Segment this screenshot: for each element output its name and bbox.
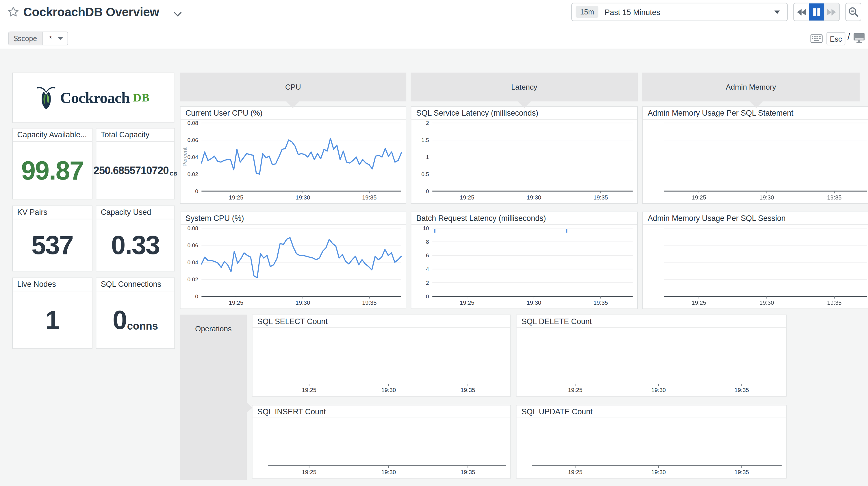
- dashboard-canvas: CockroachDB Overview 15m Past 15 Minutes: [0, 0, 868, 486]
- chart-sql-select-count[interactable]: 19:2519:3019:35: [252, 328, 510, 396]
- group-pointer-admin-memory: [749, 102, 763, 108]
- group-pointer-cpu: [286, 102, 299, 108]
- chart-card-admin-memory-session: Admin Memory Usage Per SQL Session 19:25…: [642, 211, 868, 309]
- chart-system-cpu[interactable]: 0.080.060.040.02019:2519:3019:35: [181, 225, 406, 309]
- stat-label: Live Nodes: [13, 278, 92, 291]
- svg-text:0.04: 0.04: [188, 154, 198, 160]
- svg-text:19:25: 19:25: [460, 299, 474, 306]
- stat-card-live-nodes: Live Nodes 1: [12, 278, 92, 349]
- svg-text:19:30: 19:30: [381, 387, 396, 393]
- chart-card-sql-update-count: SQL UPDATE Count 19:2519:3019:35: [516, 405, 787, 479]
- stat-value: 250.6855710720: [94, 164, 169, 176]
- chart-sql-delete-count[interactable]: 19:2519:3019:35: [516, 328, 786, 396]
- chart-card-sql-service-latency: SQL Service Latency (milliseconds) 21.51…: [411, 106, 638, 204]
- svg-text:0.04: 0.04: [188, 259, 198, 265]
- chart-card-sql-insert-count: SQL INSERT Count 19:2519:3019:35: [252, 405, 511, 479]
- svg-text:19:35: 19:35: [362, 299, 376, 306]
- time-range-picker[interactable]: 15m Past 15 Minutes: [571, 3, 788, 21]
- scope-value-text: *: [49, 34, 52, 43]
- chart-sql-update-count[interactable]: 19:2519:3019:35: [516, 418, 786, 478]
- slash-separator: /: [847, 32, 850, 42]
- chevron-down-icon[interactable]: [174, 9, 182, 15]
- stat-label: Capacity Available...: [13, 128, 92, 142]
- stat-card-capacity-used: Capacity Used 0.33: [96, 205, 175, 271]
- svg-text:19:30: 19:30: [381, 469, 396, 475]
- scope-variable-name: $scope: [9, 32, 43, 45]
- page-title[interactable]: CockroachDB Overview: [23, 4, 159, 20]
- chart-admin-memory-statement[interactable]: 19:2519:3019:35: [643, 120, 868, 203]
- group-header-admin-memory[interactable]: Admin Memory: [642, 73, 860, 102]
- svg-text:0: 0: [426, 293, 429, 299]
- svg-text:19:30: 19:30: [651, 387, 666, 393]
- svg-text:19:25: 19:25: [229, 299, 243, 306]
- scope-variable-value: *: [42, 32, 67, 45]
- svg-text:19:35: 19:35: [827, 299, 841, 306]
- stat-label: Capacity Used: [96, 206, 174, 220]
- chart-batch-request-latency[interactable]: 108642019:2519:3019:35: [411, 225, 637, 309]
- stat-card-sql-connections: SQL Connections 0conns: [96, 278, 175, 349]
- svg-text:19:35: 19:35: [735, 469, 749, 475]
- stat-value: 99.87: [21, 155, 84, 185]
- fast-forward-button[interactable]: [824, 3, 839, 20]
- group-header-operations[interactable]: Operations: [180, 315, 247, 480]
- chart-card-batch-request-latency: Batch Request Latency (milliseconds) 108…: [411, 211, 638, 309]
- group-pointer-latency: [518, 102, 531, 108]
- chart-sql-service-latency[interactable]: 21.510.5019:2519:3019:35: [411, 120, 637, 203]
- pause-button[interactable]: [809, 3, 824, 20]
- svg-text:19:35: 19:35: [593, 194, 608, 201]
- cockroachdb-logo: Cockroach DB: [37, 86, 150, 110]
- svg-text:Percent: Percent: [182, 147, 188, 167]
- chart-title: Admin Memory Usage Per SQL Statement: [643, 107, 868, 120]
- template-variable-scope[interactable]: $scope *: [8, 31, 68, 46]
- stat-unit: GB: [169, 171, 177, 176]
- keyboard-icon: [810, 34, 823, 44]
- magnifier-minus-icon: [848, 7, 859, 17]
- logo-wordmark: Cockroach: [60, 89, 130, 106]
- svg-text:2: 2: [426, 280, 429, 286]
- svg-text:19:25: 19:25: [692, 299, 706, 306]
- group-header-cpu[interactable]: CPU: [180, 73, 407, 102]
- playback-controls: [793, 3, 840, 21]
- time-range-badge: 15m: [576, 6, 598, 18]
- svg-text:19:30: 19:30: [296, 194, 310, 201]
- stat-unit: conns: [127, 320, 158, 332]
- svg-text:10: 10: [423, 225, 429, 231]
- stat-label: SQL Connections: [96, 278, 174, 291]
- rewind-button[interactable]: [794, 3, 809, 20]
- svg-text:19:30: 19:30: [296, 299, 310, 306]
- chart-title: Admin Memory Usage Per SQL Session: [643, 212, 868, 225]
- operations-group-label: Operations: [180, 315, 247, 333]
- svg-text:19:30: 19:30: [760, 299, 774, 306]
- svg-text:19:25: 19:25: [460, 194, 474, 201]
- svg-text:0: 0: [426, 188, 429, 194]
- chart-card-current-user-cpu: Current User CPU (%) 0.080.060.040.02019…: [180, 106, 407, 204]
- svg-text:0.5: 0.5: [421, 171, 429, 177]
- svg-text:19:25: 19:25: [568, 469, 582, 475]
- svg-text:19:30: 19:30: [527, 194, 541, 201]
- svg-text:19:35: 19:35: [735, 387, 749, 393]
- svg-text:19:30: 19:30: [527, 299, 541, 306]
- logo-db-suffix: DB: [133, 91, 150, 105]
- svg-text:19:25: 19:25: [692, 194, 706, 201]
- top-bar: CockroachDB Overview 15m Past 15 Minutes: [0, 0, 868, 50]
- stat-value: 0: [113, 305, 127, 335]
- svg-text:0: 0: [195, 293, 198, 299]
- stat-card-capacity-available: Capacity Available... 99.87: [12, 128, 92, 199]
- favorite-star-icon[interactable]: [8, 6, 19, 17]
- svg-text:1: 1: [426, 154, 429, 160]
- chart-title: System CPU (%): [181, 212, 406, 225]
- chart-card-system-cpu: System CPU (%) 0.080.060.040.02019:2519:…: [180, 211, 407, 309]
- svg-text:19:35: 19:35: [827, 194, 841, 201]
- chart-admin-memory-session[interactable]: 19:2519:3019:35: [643, 225, 868, 309]
- stat-label: Total Capacity: [96, 128, 174, 142]
- svg-text:19:35: 19:35: [593, 299, 608, 306]
- chart-title: SQL INSERT Count: [252, 405, 510, 418]
- chart-sql-insert-count[interactable]: 19:2519:3019:35: [252, 418, 510, 478]
- zoom-out-button[interactable]: [845, 3, 861, 21]
- svg-text:0.08: 0.08: [188, 225, 198, 231]
- chart-title: Current User CPU (%): [181, 107, 406, 120]
- chart-current-user-cpu[interactable]: 0.080.060.040.02019:2519:3019:35Percent: [181, 120, 406, 203]
- cockroach-bug-icon: [37, 86, 55, 110]
- group-header-latency[interactable]: Latency: [411, 73, 638, 102]
- svg-text:19:35: 19:35: [461, 387, 475, 393]
